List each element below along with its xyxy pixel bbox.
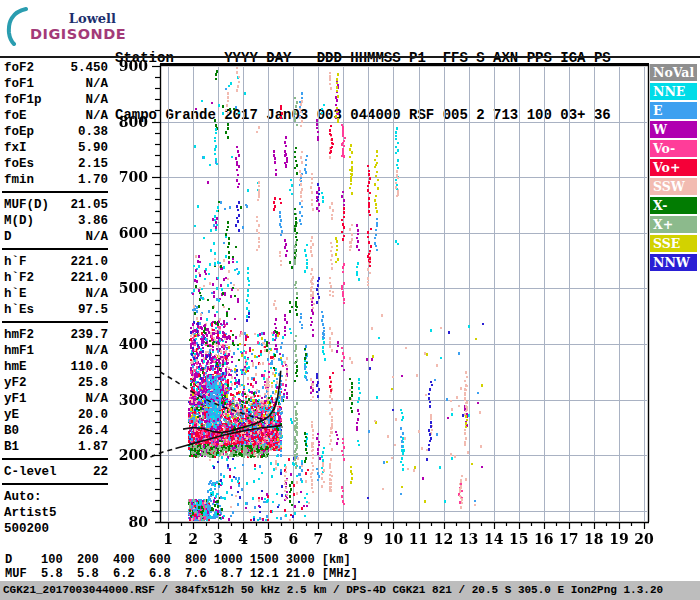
legend-item-vo: Vo+ (650, 159, 697, 176)
y-tick-label: 700 (112, 169, 148, 185)
x-tick-label: 16 (531, 531, 557, 547)
param-label: MUF(D) (4, 197, 49, 213)
param-row: hmF1N/A (4, 343, 108, 359)
param-row: foEp0.38 (4, 124, 108, 140)
param-value: N/A (85, 108, 108, 124)
param-label: fmin (4, 172, 34, 188)
legend-item-nnw: NNW (650, 254, 697, 271)
param-row: DN/A (4, 229, 108, 245)
param-label: h`F2 (4, 270, 34, 286)
param-row: foEs2.15 (4, 156, 108, 172)
logo-swoosh-icon (6, 6, 28, 46)
param-row: h`EN/A (4, 286, 108, 302)
x-tick-label: 15 (506, 531, 532, 547)
param-label: foEs (4, 156, 34, 172)
param-row: hmE110.0 (4, 359, 108, 375)
param-row: yF1N/A (4, 391, 108, 407)
param-value: 21.05 (70, 197, 108, 213)
x-tick-label: 13 (456, 531, 482, 547)
y-tick-label: 400 (112, 336, 148, 352)
param-row: h`Es97.5 (4, 302, 108, 318)
param-value: 22 (93, 464, 108, 480)
x-tick-label: 12 (431, 531, 457, 547)
param-row: hmF2239.7 (4, 327, 108, 343)
x-tick-label: 10 (380, 531, 406, 547)
param-row: MUF(D)21.05 (4, 197, 108, 213)
dmuf-muf-row: MUF 5.8 5.8 6.2 6.8 7.6 8.7 12.1 21.0 [M… (5, 567, 358, 581)
velocity-legend: NoValNNEEWVo-Vo+SSWX-X+SSENNW (650, 64, 697, 273)
param-label: 500200 (4, 521, 49, 537)
x-tick-label: 8 (330, 531, 356, 547)
param-label: foF1 (4, 76, 34, 92)
param-label: foE (4, 108, 27, 124)
param-label: hmF2 (4, 327, 34, 343)
param-label: yF2 (4, 375, 27, 391)
param-value: N/A (85, 76, 108, 92)
y-tick-label: 500 (112, 280, 148, 296)
footer-text: CGK21_2017003044000.RSF / 384fx512h 50 k… (3, 584, 663, 596)
param-label: Auto: (4, 489, 42, 505)
param-row: foF25.450 (4, 60, 108, 76)
param-row: yE20.0 (4, 407, 108, 423)
x-tick-label: 18 (581, 531, 607, 547)
param-value: 1.87 (78, 439, 108, 455)
param-label: fxI (4, 140, 27, 156)
param-label: C-level (4, 464, 57, 480)
x-tick-label: 7 (305, 531, 331, 547)
param-row: B026.4 (4, 423, 108, 439)
legend-item-nne: NNE (650, 83, 697, 100)
param-label: hmE (4, 359, 27, 375)
ionogram-canvas (145, 58, 650, 533)
legend-item-noval: NoVal (650, 64, 697, 81)
legend-item-vo: Vo- (650, 140, 697, 157)
legend-item-sse: SSE (650, 235, 697, 252)
param-value: 25.8 (78, 375, 108, 391)
param-label: hmF1 (4, 343, 34, 359)
y-tick-label: 300 (112, 392, 148, 408)
param-value: 0.38 (78, 124, 108, 140)
logo-digisonde-text: DIGISONDE (30, 26, 126, 42)
param-label: B1 (4, 439, 19, 455)
y-tick-label: 900 (112, 58, 148, 74)
param-row: yF225.8 (4, 375, 108, 391)
param-row: C-level22 (4, 464, 108, 480)
param-value: 26.4 (78, 423, 108, 439)
param-row: h`F221.0 (4, 254, 108, 270)
param-label: M(D) (4, 213, 34, 229)
param-divider (2, 458, 108, 460)
param-label: h`F (4, 254, 27, 270)
legend-item-x: X- (650, 197, 697, 214)
param-divider (2, 248, 108, 250)
param-divider (2, 191, 108, 193)
param-row: fmin1.70 (4, 172, 108, 188)
param-label: foF2 (4, 60, 34, 76)
param-value: 20.0 (78, 407, 108, 423)
param-value: 97.5 (78, 302, 108, 318)
param-label: foF1p (4, 92, 42, 108)
param-row: fxI5.90 (4, 140, 108, 156)
param-row: foF1pN/A (4, 92, 108, 108)
x-tick-label: 11 (406, 531, 432, 547)
x-tick-label: 17 (556, 531, 582, 547)
param-label: yE (4, 407, 19, 423)
param-label: B0 (4, 423, 19, 439)
x-tick-label: 20 (631, 531, 657, 547)
param-value: 2.15 (78, 156, 108, 172)
param-label: h`E (4, 286, 27, 302)
param-row: h`F2221.0 (4, 270, 108, 286)
param-value: N/A (85, 286, 108, 302)
param-row: foF1N/A (4, 76, 108, 92)
x-tick-label: 5 (255, 531, 281, 547)
param-value: 5.90 (78, 140, 108, 156)
x-tick-label: 14 (481, 531, 507, 547)
logo-text: Lowell DIGISONDE (30, 11, 126, 42)
param-row: 500200 (4, 521, 108, 537)
param-value: 3.86 (78, 213, 108, 229)
param-label: yF1 (4, 391, 27, 407)
param-label: D (4, 229, 12, 245)
footer-bar: CGK21_2017003044000.RSF / 384fx512h 50 k… (0, 581, 700, 600)
param-row: Auto: (4, 489, 108, 505)
param-divider (2, 483, 108, 485)
y-tick-label: 800 (112, 114, 148, 130)
param-value: 221.0 (70, 254, 108, 270)
